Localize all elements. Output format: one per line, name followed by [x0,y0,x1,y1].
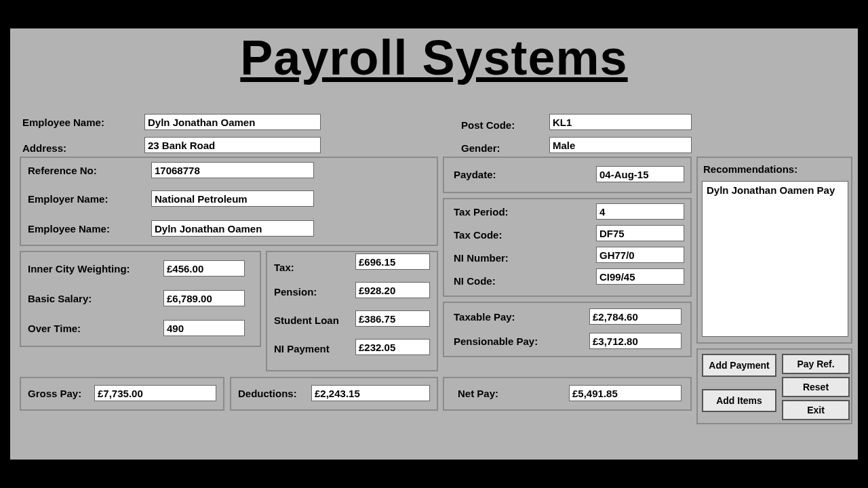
label-inner-city: Inner City Weighting: [28,263,130,274]
app-window: Payroll Systems Employee Name: Address: … [10,28,858,460]
net-pay-field[interactable] [569,385,682,401]
reset-button[interactable]: Reset [782,377,850,397]
label-basic-salary: Basic Salary: [28,293,92,304]
label-over-time: Over Time: [28,323,81,334]
over-time-field[interactable] [163,320,245,336]
ni-number-field[interactable] [596,247,684,263]
pay-ref-button[interactable]: Pay Ref. [782,354,850,374]
deductions-source-panel: Tax: Pension: Student Loan NI Payment [266,251,438,371]
buttons-panel: Add Payment Pay Ref. Reset Add Items Exi… [696,348,852,424]
gross-pay-panel: Gross Pay: [20,377,224,411]
label-pensionable-pay: Pensionable Pay: [454,336,538,347]
pay-summary-panel: Taxable Pay: Pensionable Pay: [443,302,692,357]
gender-field[interactable] [549,137,692,153]
label-taxable-pay: Taxable Pay: [454,311,515,323]
label-ni-payment: NI Payment [274,343,330,354]
net-pay-panel: Net Pay: [443,377,692,411]
label-employee-name: Employee Name: [22,117,104,128]
label-employee-name2: Employee Name: [28,223,110,235]
label-employer-name: Employer Name: [28,193,108,205]
label-student-loan: Student Loan [274,314,339,326]
post-code-field[interactable] [549,114,692,130]
recommendations-box[interactable]: Dyln Jonathan Oamen Pay [702,181,848,337]
label-post-code: Post Code: [461,119,515,131]
pension-field[interactable] [355,282,430,298]
label-deductions: Deductions: [238,388,297,399]
tax-panel: Tax Period: Tax Code: NI Number: NI Code… [443,198,692,297]
add-payment-button[interactable]: Add Payment [702,354,776,377]
paydate-field[interactable] [596,166,684,182]
taxable-pay-field[interactable] [589,308,682,325]
label-address: Address: [22,142,66,154]
pensionable-pay-field[interactable] [589,333,682,349]
label-ni-number: NI Number: [454,252,509,264]
student-loan-field[interactable] [355,310,430,327]
label-paydate: Paydate: [454,169,496,180]
ni-payment-field[interactable] [355,339,430,355]
label-reference-no: Reference No: [28,165,97,176]
label-gross-pay: Gross Pay: [28,388,81,399]
employee-name-field[interactable] [144,114,321,130]
label-tax: Tax: [274,262,294,273]
label-tax-code: Tax Code: [454,229,502,241]
label-tax-period: Tax Period: [454,206,509,218]
add-items-button[interactable]: Add Items [702,389,776,412]
label-pension: Pension: [274,286,317,298]
recommendations-panel: Recommendations: Dyln Jonathan Oamen Pay [696,157,852,344]
paydate-panel: Paydate: [443,157,692,193]
gross-pay-field[interactable] [94,385,216,401]
label-ni-code: NI Code: [454,275,496,287]
page-title: Payroll Systems [10,30,858,85]
tax-period-field[interactable] [596,203,684,220]
reference-panel: Reference No: Employer Name: Employee Na… [20,157,438,246]
deductions-field[interactable] [311,385,430,401]
salary-panel: Inner City Weighting: Basic Salary: Over… [20,251,261,347]
ni-code-field[interactable] [596,268,684,285]
tax-code-field[interactable] [596,225,684,241]
label-net-pay: Net Pay: [458,388,498,399]
reference-no-field[interactable] [151,162,314,178]
label-recommendations: Recommendations: [703,163,797,175]
exit-button[interactable]: Exit [782,400,850,420]
deductions-panel: Deductions: [230,377,438,411]
address-field[interactable] [144,137,321,153]
employee-name2-field[interactable] [151,220,314,237]
basic-salary-field[interactable] [163,290,245,306]
label-gender: Gender: [461,142,500,154]
tax-field[interactable] [355,253,430,270]
inner-city-field[interactable] [163,260,245,277]
employer-name-field[interactable] [151,190,314,207]
